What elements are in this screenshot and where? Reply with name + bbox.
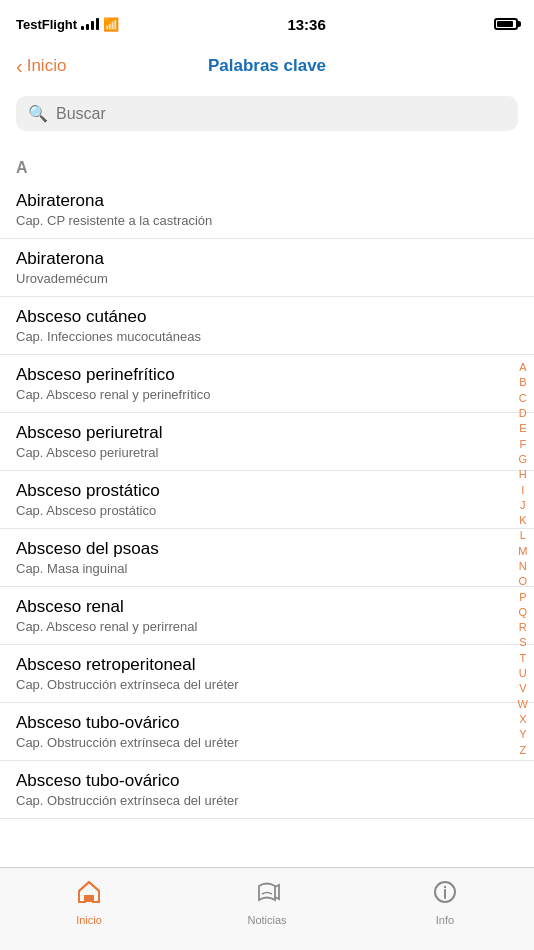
list-item[interactable]: Absceso del psoas Cap. Masa inguinal [0,529,534,587]
battery-icon [494,18,518,30]
list-item-title: Abiraterona [16,249,494,269]
list-item[interactable]: Absceso prostático Cap. Absceso prostáti… [0,471,534,529]
alpha-index-item[interactable]: S [517,635,528,649]
alpha-index-item[interactable]: W [516,697,530,711]
list-item-subtitle: Cap. Absceso periuretral [16,445,494,460]
page-title: Palabras clave [208,56,326,76]
alpha-index-item[interactable]: X [517,712,528,726]
tab-info-label: Info [436,914,454,926]
list-item[interactable]: Abiraterona Urovademécum [0,239,534,297]
list-item-title: Absceso perinefrítico [16,365,494,385]
signal-bar-4 [96,18,99,30]
nav-bar: ‹ Inicio Palabras clave [0,44,534,88]
search-input[interactable] [56,105,506,123]
tab-noticias-label: Noticias [247,914,286,926]
status-left: TestFlight 📶 [16,17,119,32]
list-item-subtitle: Urovademécum [16,271,494,286]
list-item[interactable]: Absceso retroperitoneal Cap. Obstrucción… [0,645,534,703]
list-item-subtitle: Cap. Obstrucción extrínseca del uréter [16,793,494,808]
alpha-index-item[interactable]: N [517,559,529,573]
svg-point-3 [444,886,446,888]
alpha-index-item[interactable]: E [517,421,528,435]
alpha-index-item[interactable]: Z [517,743,528,757]
list-item-subtitle: Cap. Masa inguinal [16,561,494,576]
alpha-index-item[interactable]: R [517,620,529,634]
signal-bar-3 [91,21,94,30]
status-bar: TestFlight 📶 13:36 [0,0,534,44]
alpha-index-item[interactable]: T [517,651,528,665]
alpha-index-item[interactable]: Q [517,605,530,619]
back-button[interactable]: ‹ Inicio [16,56,66,76]
list-item[interactable]: Abiraterona Cap. CP resistente a la cast… [0,181,534,239]
alpha-index-item[interactable]: O [517,574,530,588]
list-item[interactable]: Absceso perinefrítico Cap. Absceso renal… [0,355,534,413]
list-item[interactable]: Absceso periuretral Cap. Absceso periure… [0,413,534,471]
status-right [494,18,518,30]
section-header-a: A [0,143,534,181]
signal-bars-icon [81,18,99,30]
list-item-subtitle: Cap. Absceso renal y perirrenal [16,619,494,634]
alpha-index-item[interactable]: P [517,590,528,604]
alpha-index-item[interactable]: J [518,498,528,512]
status-time: 13:36 [287,16,325,33]
alpha-index-item[interactable]: F [517,437,528,451]
tab-info[interactable]: Info [405,878,485,926]
alpha-index-item[interactable]: V [517,681,528,695]
search-bar[interactable]: 🔍 [16,96,518,131]
back-chevron-icon: ‹ [16,56,23,76]
alpha-index-item[interactable]: H [517,467,529,481]
alpha-index-item[interactable]: D [517,406,529,420]
tab-bar: Inicio Noticias Info [0,867,534,950]
list-item-title: Absceso periuretral [16,423,494,443]
list-item-subtitle: Cap. Absceso renal y perinefrítico [16,387,494,402]
wifi-icon: 📶 [103,17,119,32]
list-item-subtitle: Cap. Obstrucción extrínseca del uréter [16,677,494,692]
search-icon: 🔍 [28,104,48,123]
alpha-index-item[interactable]: G [517,452,530,466]
noticias-icon [253,878,281,910]
alpha-index-item[interactable]: U [517,666,529,680]
list-item[interactable]: Absceso tubo-ovárico Cap. Obstrucción ex… [0,761,534,819]
alpha-index-item[interactable]: I [519,483,526,497]
info-icon [431,878,459,910]
carrier-label: TestFlight [16,17,77,32]
list-item-subtitle: Cap. Obstrucción extrínseca del uréter [16,735,494,750]
alpha-index-item[interactable]: Y [517,727,528,741]
signal-bar-1 [81,26,84,30]
alpha-index-item[interactable]: L [518,528,528,542]
list-item-title: Absceso tubo-ovárico [16,713,494,733]
list-item-title: Absceso cutáneo [16,307,494,327]
alpha-index-item[interactable]: A [517,360,528,374]
list-item[interactable]: Absceso renal Cap. Absceso renal y perir… [0,587,534,645]
list-item-title: Absceso tubo-ovárico [16,771,494,791]
alpha-index-item[interactable]: M [516,544,529,558]
alpha-index-item[interactable]: B [517,375,528,389]
list-item-subtitle: Cap. CP resistente a la castración [16,213,494,228]
list-item-title: Absceso renal [16,597,494,617]
list-item-title: Absceso retroperitoneal [16,655,494,675]
home-icon [75,878,103,910]
battery-fill [497,21,513,27]
svg-rect-0 [85,896,93,902]
tab-inicio[interactable]: Inicio [49,878,129,926]
alpha-index-item[interactable]: K [517,513,528,527]
search-container: 🔍 [0,88,534,131]
tab-inicio-label: Inicio [76,914,102,926]
list-item-subtitle: Cap. Infecciones mucocutáneas [16,329,494,344]
list-item-title: Absceso prostático [16,481,494,501]
tab-noticias[interactable]: Noticias [227,878,307,926]
alpha-index-item[interactable]: C [517,391,529,405]
list-item-title: Abiraterona [16,191,494,211]
list-item-title: Absceso del psoas [16,539,494,559]
list-item[interactable]: Absceso tubo-ovárico Cap. Obstrucción ex… [0,703,534,761]
list-item-subtitle: Cap. Absceso prostático [16,503,494,518]
list-item[interactable]: Absceso cutáneo Cap. Infecciones mucocut… [0,297,534,355]
back-label: Inicio [27,56,67,76]
keyword-list: Abiraterona Cap. CP resistente a la cast… [0,181,534,936]
list-items-container: Abiraterona Cap. CP resistente a la cast… [0,181,534,819]
signal-bar-2 [86,24,89,30]
